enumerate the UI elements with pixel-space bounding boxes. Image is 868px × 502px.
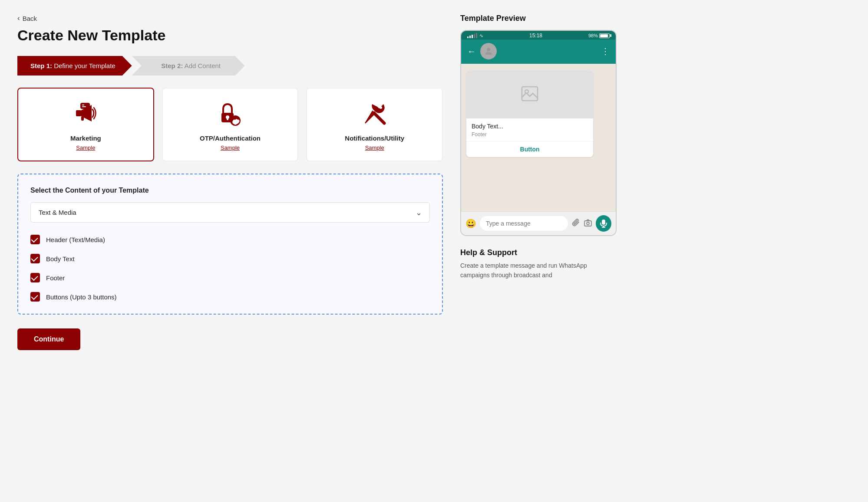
notifications-sample[interactable]: Sample [365,144,384,151]
phone-avatar [480,43,497,59]
help-section: Help & Support Create a template message… [460,248,617,280]
checkbox-body-tick [30,254,40,263]
checkbox-footer[interactable]: Footer [30,273,430,282]
back-arrow-icon: ‹ [17,14,20,23]
checkbox-header-label: Header (Text/Media) [46,236,105,243]
help-title: Help & Support [460,248,617,257]
checkbox-footer-tick [30,273,40,282]
phone-status-bar: ∿ 15:18 98% [461,31,616,39]
step-1-label: Step 1: [30,62,52,69]
svg-rect-15 [522,87,538,101]
camera-icon[interactable] [584,218,592,229]
content-select-box: Select the Content of your Template Text… [17,174,443,315]
card-otp[interactable]: OTP/Authentication Sample [162,88,299,161]
marketing-icon [73,101,99,130]
back-link[interactable]: ‹ Back [17,14,37,23]
bubble-body-text: Body Text... [472,123,588,130]
checkbox-buttons-label: Buttons (Upto 3 buttons) [46,293,117,301]
signal-bar-2 [469,36,471,38]
marketing-title: Marketing [70,135,101,142]
content-select-title: Select the Content of your Template [30,187,430,194]
phone-mock: ∿ 15:18 98% ← [460,30,617,236]
image-placeholder-icon [521,86,538,103]
step-2-label: Step 2: [161,62,183,69]
svg-rect-6 [82,106,86,107]
phone-nav: ← ⋮ [461,39,616,64]
marketing-sample[interactable]: Sample [76,144,95,151]
phone-input-icons [571,218,592,229]
checkbox-body[interactable]: Body Text [30,254,430,263]
phone-body: Body Text... Footer Button [461,64,616,211]
right-panel: Template Preview ∿ 15:18 98% [443,14,617,488]
svg-point-13 [380,106,382,109]
phone-time: 15:18 [529,33,542,39]
message-bubble: Body Text... Footer Button [466,71,593,157]
svg-rect-9 [227,117,228,120]
svg-rect-3 [80,103,90,109]
template-cards: Marketing Sample O [17,88,443,161]
checkbox-header-tick [30,235,40,244]
svg-rect-17 [584,221,591,226]
page-title: Create New Template [17,27,443,44]
signal-bar-5 [476,33,477,38]
back-label: Back [23,15,37,22]
bubble-footer-text: Footer [472,131,588,138]
signal-bar-1 [467,36,469,38]
battery-percent: 98% [588,33,598,38]
svg-rect-5 [82,105,84,105]
attachment-icon[interactable] [571,218,580,229]
signal-bar-4 [474,34,475,38]
checkbox-buttons[interactable]: Buttons (Upto 3 buttons) [30,292,430,302]
continue-button[interactable]: Continue [17,328,80,350]
otp-title: OTP/Authentication [200,135,261,142]
battery-display: 98% [588,33,610,38]
phone-back-icon[interactable]: ← [467,46,476,56]
otp-sample[interactable]: Sample [221,144,240,151]
phone-menu-icon[interactable]: ⋮ [601,46,610,56]
bubble-button[interactable]: Button [466,141,593,157]
step-2[interactable]: Step 2: Add Content [132,56,245,75]
content-type-dropdown[interactable]: Text & Media Text Only Media Only [30,202,430,223]
signal-bar-3 [472,35,473,38]
phone-input-bar: 😀 [461,211,616,235]
steps-bar: Step 1: Define your Template Step 2: Add… [17,56,443,75]
checkbox-list: Header (Text/Media) Body Text Footer But… [30,235,430,302]
content-dropdown-wrapper: Text & Media Text Only Media Only ⌄ [30,202,430,223]
otp-icon [217,101,243,130]
svg-rect-0 [76,110,81,116]
checkbox-footer-label: Footer [46,274,65,282]
svg-rect-19 [602,220,605,225]
mic-button[interactable] [596,215,611,232]
step-1[interactable]: Step 1: Define your Template [17,56,132,75]
emoji-icon[interactable]: 😀 [465,218,476,229]
bubble-image-placeholder [466,71,593,118]
checkbox-body-label: Body Text [46,255,75,262]
utility-icon [362,101,388,130]
wifi-icon: ∿ [479,33,483,39]
card-marketing[interactable]: Marketing Sample [17,88,154,161]
checkbox-header[interactable]: Header (Text/Media) [30,235,430,244]
svg-point-18 [587,222,589,225]
notifications-title: Notifications/Utility [345,135,404,142]
card-notifications[interactable]: Notifications/Utility Sample [306,88,443,161]
signal-bars [467,33,477,38]
svg-line-12 [374,113,384,123]
checkbox-buttons-tick [30,292,40,302]
svg-point-14 [487,48,490,51]
preview-title: Template Preview [460,14,617,23]
step-1-sub: Define your Template [54,62,115,69]
svg-rect-2 [81,116,84,121]
step-2-sub: Add Content [185,62,221,69]
bubble-text-area: Body Text... Footer [466,118,593,138]
help-text: Create a template message and run WhatsA… [460,261,617,280]
phone-message-input[interactable] [480,216,568,231]
